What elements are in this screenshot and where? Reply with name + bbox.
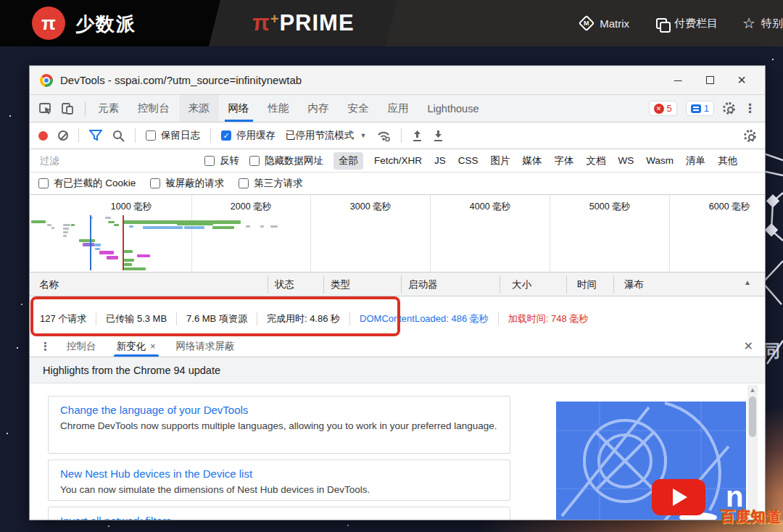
import-har-icon[interactable]	[412, 130, 423, 142]
column-divider[interactable]	[566, 275, 567, 294]
invert-checkbox[interactable]: 反转	[204, 154, 239, 167]
filter-pill-fetch-xhr[interactable]: Fetch/XHR	[373, 153, 423, 168]
filter-pill-js[interactable]: JS	[433, 153, 447, 168]
tab-network[interactable]: 网络	[219, 95, 259, 122]
load-label: 加载时间:	[508, 313, 549, 324]
resource-type-filters: 全部 Fetch/XHR JS CSS 图片 媒体 字体 文档 WS Wasm …	[334, 152, 739, 170]
col-size[interactable]: 大小	[512, 278, 531, 291]
waterfall-bar	[108, 221, 115, 223]
third-party-checkbox[interactable]: 第三方请求	[239, 177, 303, 190]
brand-name[interactable]: 少数派	[75, 12, 136, 37]
minimize-button[interactable]: ─	[662, 69, 694, 92]
scrollbar-thumb[interactable]	[749, 396, 756, 437]
tab-console[interactable]: 控制台	[128, 95, 179, 122]
device-toolbar-icon[interactable]	[60, 101, 75, 116]
tab-lighthouse[interactable]: Lighthouse	[418, 95, 489, 122]
checkbox-unchecked	[150, 178, 160, 188]
waterfall-bar	[143, 226, 183, 229]
card-link-invert-filters[interactable]: Invert all network filters	[60, 515, 498, 520]
devtools-titlebar[interactable]: DevTools - sspai.com/?utm_source=infinit…	[30, 66, 765, 95]
network-overview-timeline[interactable]: 1000 毫秒 2000 毫秒 3000 毫秒 4000 毫秒 5000 毫秒 …	[30, 195, 765, 273]
sspai-logo-icon[interactable]: π	[32, 7, 65, 40]
waterfall-bar	[31, 220, 46, 223]
waterfall-bar	[105, 217, 111, 219]
video-thumbnail[interactable]	[556, 402, 746, 520]
export-har-icon[interactable]	[433, 130, 444, 142]
drawer-more-icon[interactable]: ⋮	[30, 336, 57, 357]
filter-input[interactable]	[38, 154, 194, 167]
filter-pill-all[interactable]: 全部	[334, 152, 363, 170]
maximize-button[interactable]	[694, 69, 726, 92]
col-type[interactable]: 类型	[331, 278, 350, 291]
filter-pill-font[interactable]: 字体	[553, 152, 576, 170]
filter-pill-other[interactable]: 其他	[716, 152, 739, 170]
filter-pill-ws[interactable]: WS	[617, 153, 636, 168]
record-button[interactable]	[38, 131, 48, 141]
card-link-language[interactable]: Change the language of your DevTools	[60, 404, 498, 416]
filter-pill-doc[interactable]: 文档	[585, 152, 608, 170]
tab-security[interactable]: 安全	[339, 95, 378, 122]
waterfall-bar	[137, 254, 150, 257]
card-desc: Chrome DevTools now supports multiple la…	[60, 420, 498, 433]
column-divider[interactable]	[500, 275, 500, 294]
col-time[interactable]: 时间	[577, 278, 597, 291]
prime-logo[interactable]: π+PRIME	[252, 10, 355, 36]
scroll-up-icon[interactable]: ▲	[744, 278, 751, 286]
blocked-cookies-checkbox[interactable]: 有已拦截的 Cookie	[38, 177, 136, 190]
preserve-log-checkbox[interactable]: 保留日志	[146, 129, 200, 142]
waterfall-bar	[114, 224, 119, 226]
checkbox-unchecked	[204, 156, 215, 166]
drawer-scrollbar[interactable]: ▲	[747, 385, 758, 520]
column-divider[interactable]	[401, 275, 402, 294]
col-waterfall[interactable]: 瀑布	[624, 278, 644, 291]
filter-pill-media[interactable]: 媒体	[521, 152, 544, 170]
tab-performance[interactable]: 性能	[259, 95, 299, 122]
col-name[interactable]: 名称	[39, 278, 59, 291]
close-tab-icon[interactable]: ×	[150, 341, 156, 352]
close-button[interactable]: ×	[726, 69, 758, 92]
tab-sources[interactable]: 来源	[179, 95, 219, 122]
disable-cache-checkbox[interactable]: ✓ 停用缓存	[221, 129, 276, 142]
filter-pill-css[interactable]: CSS	[457, 153, 480, 168]
error-badge[interactable]: ✕ 5	[649, 101, 677, 116]
filter-pill-wasm[interactable]: Wasm	[645, 153, 675, 168]
drawer-tab-console[interactable]: 控制台	[57, 336, 107, 357]
drawer-tab-whats-new[interactable]: 新变化 ×	[107, 336, 166, 357]
tab-application[interactable]: 应用	[378, 95, 418, 122]
blocked-requests-checkbox[interactable]: 被屏蔽的请求	[150, 177, 224, 190]
throttling-dropdown[interactable]: 已停用节流模式 ▼	[286, 129, 366, 142]
filter-pill-img[interactable]: 图片	[489, 152, 512, 170]
settings-gear-icon[interactable]	[723, 102, 735, 115]
youtube-play-button[interactable]	[652, 479, 705, 515]
drawer-close-icon[interactable]: ✕	[732, 336, 765, 357]
filter-pill-manifest[interactable]: 清单	[684, 152, 707, 170]
drawer-tab-network-blocking[interactable]: 网络请求屏蔽	[166, 336, 245, 357]
prime-pi: π	[252, 10, 270, 36]
column-divider[interactable]	[323, 275, 324, 294]
whats-new-card: Invert all network filters	[48, 507, 510, 520]
more-options-icon[interactable]: ⋮	[744, 101, 756, 116]
nav-item-paid-columns[interactable]: 付费栏目	[654, 16, 718, 30]
nav-item-special[interactable]: ☆ 特别	[742, 14, 783, 32]
col-initiator[interactable]: 启动器	[408, 278, 438, 291]
inspect-element-icon[interactable]	[38, 101, 53, 116]
tab-elements[interactable]: 元素	[88, 95, 128, 122]
tab-memory[interactable]: 内存	[299, 95, 339, 122]
scrollbar-up-icon[interactable]: ▲	[747, 385, 758, 395]
issues-badge[interactable]: 1	[686, 101, 714, 116]
hide-data-urls-checkbox[interactable]: 隐藏数据网址	[249, 154, 323, 167]
search-icon[interactable]	[112, 130, 125, 142]
column-divider[interactable]	[613, 275, 614, 294]
network-settings-gear-icon[interactable]	[744, 130, 756, 142]
card-link-nest-hub[interactable]: New Nest Hub devices in the Device list	[60, 467, 498, 480]
network-conditions-icon[interactable]	[376, 129, 391, 142]
col-status[interactable]: 状态	[275, 278, 294, 291]
window-title: DevTools - sspai.com/?utm_source=infinit…	[60, 74, 662, 86]
clear-icon[interactable]	[58, 130, 68, 141]
column-divider[interactable]	[268, 275, 268, 294]
waterfall-bar	[107, 256, 118, 259]
filter-funnel-icon[interactable]	[89, 130, 102, 141]
network-toolbar: 保留日志 ✓ 停用缓存 已停用节流模式 ▼	[30, 122, 765, 149]
nav-item-matrix[interactable]: M Matrix	[579, 16, 629, 30]
network-filter-bar-2: 有已拦截的 Cookie 被屏蔽的请求 第三方请求	[30, 173, 765, 195]
